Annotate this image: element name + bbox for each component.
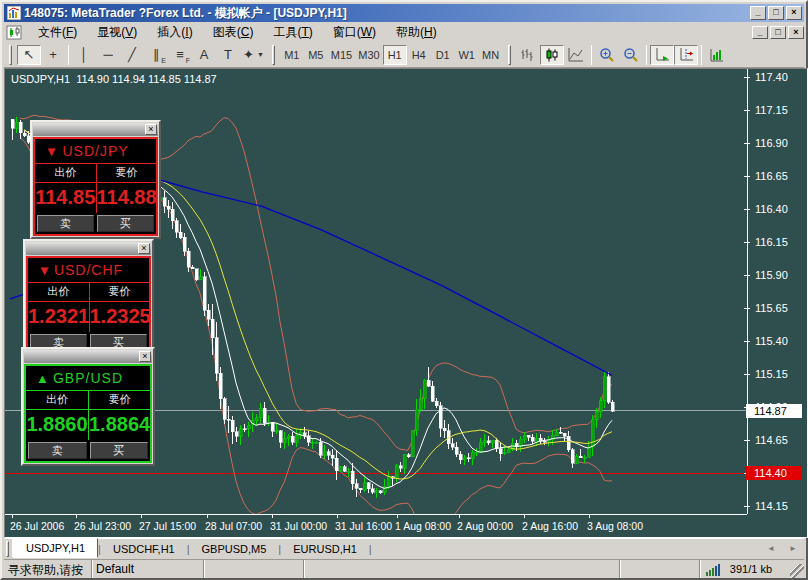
svg-text:1 Aug 08:00: 1 Aug 08:00 bbox=[395, 520, 451, 532]
timeframe-w1-button[interactable]: W1 bbox=[455, 45, 479, 65]
toolbar-separator bbox=[701, 45, 702, 65]
close-icon[interactable]: × bbox=[145, 124, 157, 135]
svg-text:115.65: 115.65 bbox=[755, 302, 788, 314]
close-icon[interactable]: × bbox=[139, 351, 151, 362]
equidistant-channel-icon[interactable]: ∥E bbox=[144, 45, 168, 65]
child-close-button[interactable]: × bbox=[788, 26, 804, 39]
quote-window-titlebar[interactable]: × bbox=[24, 350, 152, 363]
menu-c[interactable]: 图表(C) bbox=[203, 22, 264, 43]
chart-window-icon bbox=[6, 25, 22, 40]
maximize-button[interactable]: □ bbox=[768, 6, 784, 20]
quote-window-titlebar[interactable]: × bbox=[26, 242, 151, 255]
sell-button[interactable]: 卖 bbox=[37, 215, 94, 232]
line-chart-icon[interactable] bbox=[564, 45, 588, 65]
scroll-left-icon[interactable]: ◄ bbox=[762, 542, 780, 557]
sell-button[interactable]: 卖 bbox=[28, 442, 87, 459]
child-restore-button[interactable]: □ bbox=[770, 26, 786, 39]
menu-f[interactable]: 文件(F) bbox=[28, 22, 87, 43]
svg-text:116.90: 116.90 bbox=[755, 137, 788, 149]
auto-scroll-icon[interactable] bbox=[650, 45, 674, 65]
quote-window-usdchf: ×▼USD/CHF出价要价1.23211.2325卖买 bbox=[23, 239, 154, 358]
timeframe-mn-button[interactable]: MN bbox=[479, 45, 503, 65]
ask-price: 114.88 bbox=[96, 183, 157, 213]
horizontal-line-icon[interactable]: ─ bbox=[96, 45, 120, 65]
tabbar-grip[interactable] bbox=[6, 541, 9, 557]
toolbar-separator bbox=[646, 45, 647, 65]
bid-price: 114.85 bbox=[35, 183, 96, 213]
menu-t[interactable]: 工具(T) bbox=[263, 22, 322, 43]
bid-header: 出价 bbox=[28, 283, 89, 301]
toolbar-separator bbox=[68, 45, 69, 65]
svg-text:115.90: 115.90 bbox=[755, 269, 788, 281]
bid-header: 出价 bbox=[35, 164, 96, 182]
ask-price: 1.8864 bbox=[88, 410, 150, 440]
svg-text:114.40: 114.40 bbox=[754, 467, 787, 479]
chart-tab-gbpusd[interactable]: GBPUSD,M5 bbox=[190, 540, 279, 558]
cursor-icon[interactable]: ↖ bbox=[17, 45, 41, 65]
tab-separator: | bbox=[369, 540, 372, 558]
svg-text:114.15: 114.15 bbox=[755, 500, 788, 512]
ask-header: 要价 bbox=[88, 391, 150, 409]
vertical-line-icon[interactable]: │ bbox=[72, 45, 96, 65]
svg-text:31 Jul 00:00: 31 Jul 00:00 bbox=[270, 520, 327, 532]
minimize-button[interactable]: _ bbox=[750, 6, 766, 20]
resize-grip[interactable] bbox=[790, 564, 804, 578]
text-label-icon[interactable]: T bbox=[216, 45, 240, 65]
quote-window-gbpusd: ×▲GBP/USD出价要价1.88601.8864卖买 bbox=[21, 347, 155, 466]
bar-chart-icon[interactable] bbox=[516, 45, 540, 65]
svg-text:115.15: 115.15 bbox=[755, 368, 788, 380]
svg-text:31 Jul 16:00: 31 Jul 16:00 bbox=[335, 520, 392, 532]
svg-text:114.87: 114.87 bbox=[754, 405, 787, 417]
arrows-icon[interactable]: ✦▼ bbox=[240, 45, 267, 65]
quote-pair-label: USD/JPY bbox=[62, 143, 128, 159]
chart-pane: 117.40117.15116.90116.65116.40116.15115.… bbox=[4, 68, 808, 538]
chart-tabbar: USDJPY,H1|USDCHF,H1|GBPUSD,M5|EURUSD,H1|… bbox=[4, 538, 804, 558]
bid-price: 1.8860 bbox=[26, 410, 88, 440]
bid-price: 1.2321 bbox=[28, 302, 89, 332]
text-icon[interactable]: A bbox=[192, 45, 216, 65]
timeframe-m15-button[interactable]: M15 bbox=[328, 45, 355, 65]
chart-tab-usdjpy[interactable]: USDJPY,H1 bbox=[13, 538, 98, 558]
timeframe-m1-button[interactable]: M1 bbox=[280, 45, 304, 65]
timeframe-d1-button[interactable]: D1 bbox=[431, 45, 455, 65]
child-minimize-button[interactable]: _ bbox=[752, 26, 768, 39]
close-icon[interactable]: × bbox=[138, 243, 150, 254]
ohlc-label: USDJPY,H1 114.90 114.94 114.85 114.87 bbox=[11, 73, 217, 85]
toolbar-grip[interactable] bbox=[9, 45, 12, 65]
status-cell-empty bbox=[304, 560, 620, 578]
scroll-right-icon[interactable]: ► bbox=[784, 542, 802, 557]
menu-w[interactable]: 窗口(W) bbox=[323, 22, 386, 43]
zoom-out-icon[interactable] bbox=[619, 45, 643, 65]
buy-button[interactable]: 买 bbox=[97, 215, 154, 232]
close-button[interactable]: × bbox=[786, 6, 802, 20]
svg-text:26 Jul 23:00: 26 Jul 23:00 bbox=[74, 520, 131, 532]
up-arrow-icon: ▲ bbox=[36, 371, 50, 386]
trendline-icon[interactable]: ╱ bbox=[120, 45, 144, 65]
menu-h[interactable]: 帮助(H) bbox=[386, 22, 447, 43]
down-arrow-icon: ▼ bbox=[38, 263, 52, 278]
chart-tab-usdchf[interactable]: USDCHF,H1 bbox=[101, 540, 187, 558]
window-title: 148075: MetaTrader ?Forex Ltd. - 模拟帐户 - … bbox=[24, 5, 748, 22]
timeframe-h1-button[interactable]: H1 bbox=[383, 45, 407, 65]
timeframe-h4-button[interactable]: H4 bbox=[407, 45, 431, 65]
menu-i[interactable]: 插入(I) bbox=[147, 22, 202, 43]
crosshair-icon[interactable]: + bbox=[41, 45, 65, 65]
candlestick-chart-icon[interactable] bbox=[540, 45, 564, 65]
status-help-text: 寻求帮助,请按 bbox=[4, 560, 92, 578]
chart-tab-eurusd[interactable]: EURUSD,H1 bbox=[281, 540, 369, 558]
svg-text:116.15: 116.15 bbox=[755, 236, 788, 248]
toolbar-grip[interactable] bbox=[508, 45, 511, 65]
menu-v[interactable]: 显视(V) bbox=[87, 22, 147, 43]
buy-button[interactable]: 买 bbox=[90, 442, 149, 459]
quote-window-titlebar[interactable]: × bbox=[33, 123, 158, 136]
toolbar-grip[interactable] bbox=[272, 45, 275, 65]
zoom-in-icon[interactable] bbox=[595, 45, 619, 65]
chart-shift-icon[interactable] bbox=[674, 45, 698, 65]
statusbar: 寻求帮助,请按 Default 391/1 kb bbox=[4, 559, 804, 578]
indicators-icon[interactable] bbox=[705, 45, 729, 65]
timeframe-m30-button[interactable]: M30 bbox=[355, 45, 382, 65]
status-profile[interactable]: Default bbox=[92, 560, 204, 578]
connection-status-icon bbox=[706, 563, 720, 576]
fibonacci-icon[interactable]: ≡F bbox=[168, 45, 192, 65]
timeframe-m5-button[interactable]: M5 bbox=[304, 45, 328, 65]
